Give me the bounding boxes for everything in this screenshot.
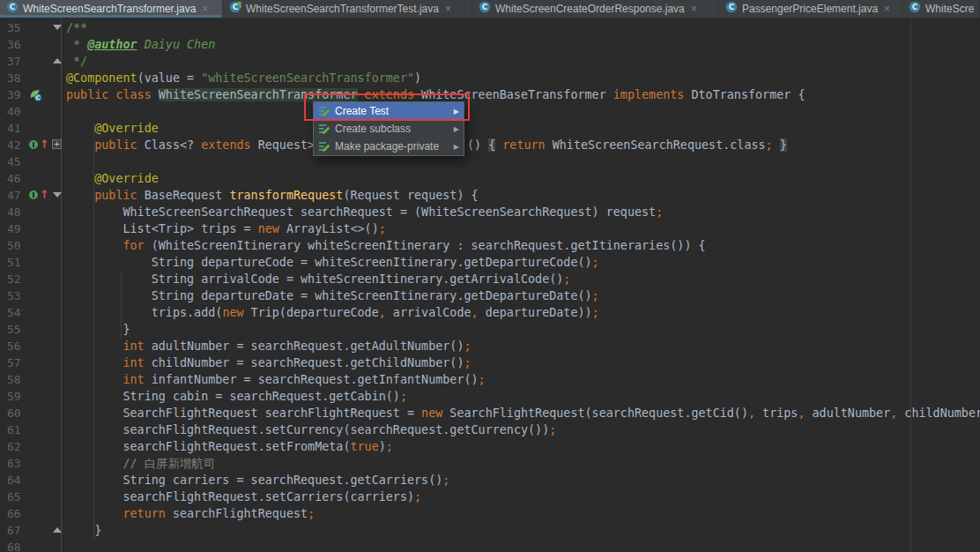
- line-number: 63: [7, 455, 42, 472]
- override-method-icon[interactable]: ↑: [29, 139, 48, 152]
- code-line-52: 52 String arrivalCode = whiteScreenItine…: [0, 271, 980, 287]
- spring-bean-icon[interactable]: C: [29, 89, 48, 101]
- test-class-icon: C: [229, 1, 241, 17]
- menu-item-make-package-private[interactable]: Make package-private▶: [314, 138, 464, 155]
- editor-tab-5[interactable]: CWhiteScre: [902, 0, 980, 18]
- code-line-41: 41 @Override: [0, 120, 980, 137]
- code-line-58: 58 int infantNumber = searchRequest.getI…: [0, 371, 980, 388]
- line-number: 53: [7, 287, 42, 304]
- line-number: 68: [7, 539, 42, 552]
- line-number: 61: [7, 421, 42, 438]
- code-line-56: 56 int adultNumber = searchRequest.getAd…: [0, 338, 980, 354]
- fold-marker-start[interactable]: [52, 187, 63, 198]
- code-line-55: 55 }: [0, 321, 980, 338]
- tab-close-icon[interactable]: ×: [445, 4, 451, 14]
- code-line-37: 37 */: [0, 53, 980, 70]
- tab-label: WhiteScreenSearchTransformer.java: [23, 3, 196, 15]
- code-text[interactable]: String carriers = searchRequest.getCarri…: [66, 472, 449, 489]
- code-text[interactable]: SearchFlightRequest searchFlightRequest …: [66, 405, 980, 421]
- editor-tab-3[interactable]: CWhiteScreenCreateOrderResponse.java×: [472, 0, 719, 18]
- code-line-60: 60 SearchFlightRequest searchFlightReque…: [0, 405, 980, 421]
- code-text[interactable]: @Override: [66, 120, 159, 137]
- code-text[interactable]: String cabin = searchRequest.getCabin();: [66, 388, 407, 405]
- code-line-51: 51 String departureCode = whiteScreenIti…: [0, 254, 980, 271]
- code-line-63: 63 // 白屏新增航司: [0, 455, 980, 472]
- fold-marker-end[interactable]: [52, 522, 63, 533]
- tab-close-icon[interactable]: ×: [202, 4, 208, 14]
- line-number: 66: [7, 505, 42, 522]
- tab-close-icon[interactable]: ×: [884, 4, 890, 14]
- override-method-icon[interactable]: ↑: [29, 190, 48, 202]
- code-editor[interactable]: 35/**36 * @author Daiyu Chen37 */38@Comp…: [0, 18, 980, 552]
- svg-text:C: C: [729, 3, 735, 11]
- menu-item-create-subclass[interactable]: Create subclass▶: [314, 120, 464, 138]
- code-text[interactable]: searchFlightRequest.setFromMeta(true);: [66, 438, 393, 455]
- code-line-47: 47↑ public BaseRequest transformRequest(…: [0, 187, 980, 204]
- editor-tab-bar: CWhiteScreenSearchTransformer.java×CWhit…: [0, 0, 980, 18]
- submenu-arrow-icon: ▶: [454, 143, 459, 151]
- class-icon: C: [909, 1, 921, 17]
- line-number: 65: [7, 489, 42, 505]
- code-text[interactable]: for (WhiteScreenItinerary whiteScreenIti…: [66, 237, 706, 254]
- code-text[interactable]: // 白屏新增航司: [66, 455, 215, 472]
- code-text[interactable]: /**: [66, 19, 87, 36]
- line-number: 48: [7, 204, 42, 220]
- line-number: 62: [7, 438, 42, 455]
- line-number: 56: [7, 338, 42, 354]
- class-icon: C: [479, 1, 491, 17]
- code-text[interactable]: }: [66, 522, 101, 539]
- code-text[interactable]: String arrivalCode = whiteScreenItinerar…: [66, 271, 570, 287]
- code-text[interactable]: @Override: [66, 170, 159, 187]
- svg-text:C: C: [482, 3, 488, 11]
- svg-text:C: C: [10, 3, 16, 11]
- code-text[interactable]: String departureCode = whiteScreenItiner…: [66, 254, 599, 271]
- code-text[interactable]: WhiteScreenSearchRequest searchRequest =…: [66, 204, 663, 220]
- fold-marker-end[interactable]: [52, 53, 63, 63]
- code-line-49: 49 List<Trip> trips = new ArrayList<>();: [0, 220, 980, 237]
- create-intention-icon: [318, 105, 330, 117]
- code-line-53: 53 String departureDate = whiteScreenIti…: [0, 287, 980, 304]
- code-text[interactable]: int childNumber = searchRequest.getChild…: [66, 354, 471, 371]
- tab-label: WhiteScreenSearchTransformerTest.java: [246, 3, 439, 15]
- editor-tab-4[interactable]: CPassengerPriceElement.java×: [719, 0, 902, 18]
- editor-tab-2[interactable]: CWhiteScreenSearchTransformerTest.java×: [223, 0, 472, 18]
- code-text[interactable]: }: [66, 321, 130, 338]
- code-line-64: 64 String carriers = searchRequest.getCa…: [0, 472, 980, 489]
- code-text[interactable]: return searchFlightRequest;: [66, 505, 315, 522]
- code-line-39: 39Cpublic class WhiteScreenSearchTransfo…: [0, 86, 980, 103]
- menu-item-create-test[interactable]: Create Test▶: [314, 102, 464, 120]
- editor-tab-1[interactable]: CWhiteScreenSearchTransformer.java×: [0, 0, 223, 18]
- code-text[interactable]: trips.add(new Trip(departureCode, arriva…: [66, 304, 599, 321]
- code-text[interactable]: public Class<? extends Request>: [66, 137, 315, 153]
- code-text[interactable]: public BaseRequest transformRequest(Requ…: [66, 187, 479, 204]
- context-menu: Create Test▶Create subclass▶Make package…: [313, 101, 464, 156]
- code-line-66: 66 return searchFlightRequest;: [0, 505, 980, 522]
- code-text[interactable]: */: [66, 53, 87, 70]
- code-line-59: 59 String cabin = searchRequest.getCabin…: [0, 388, 980, 405]
- line-number: 51: [7, 254, 42, 271]
- code-line-50: 50 for (WhiteScreenItinerary whiteScreen…: [0, 237, 980, 254]
- code-text[interactable]: int adultNumber = searchRequest.getAdult…: [66, 338, 471, 354]
- code-text[interactable]: * @author Daiyu Chen: [66, 36, 215, 53]
- fold-marker-start[interactable]: [52, 19, 63, 30]
- line-number: 46: [7, 170, 42, 187]
- menu-item-label: Make package-private: [335, 140, 449, 153]
- svg-text:C: C: [36, 94, 41, 101]
- code-text[interactable]: @Component(value = "whiteScreenSearchTra…: [66, 70, 421, 86]
- fold-marker-collapsed[interactable]: +: [52, 137, 63, 149]
- code-line-45: 45: [0, 153, 980, 170]
- code-text[interactable]: int infantNumber = searchRequest.getInfa…: [66, 371, 486, 388]
- line-number: 45: [7, 153, 42, 170]
- code-line-42: 42↑+ public Class<? extends Request>() {…: [0, 137, 980, 153]
- code-text[interactable]: searchFlightRequest.setCurrency(searchRe…: [66, 421, 556, 438]
- code-line-57: 57 int childNumber = searchRequest.getCh…: [0, 354, 980, 371]
- line-number: 37: [7, 53, 42, 70]
- ide-window: CWhiteScreenSearchTransformer.java×CWhit…: [0, 0, 980, 552]
- code-text[interactable]: String departureDate = whiteScreenItiner…: [66, 287, 599, 304]
- line-number: 50: [7, 237, 42, 254]
- line-number: 52: [7, 271, 42, 287]
- code-text[interactable]: searchFlightRequest.setCarriers(carriers…: [66, 489, 421, 505]
- tab-close-icon[interactable]: ×: [691, 4, 697, 14]
- code-text[interactable]: List<Trip> trips = new ArrayList<>();: [66, 220, 386, 237]
- folded-code-text[interactable]: () { return WhiteScreenSearchRequest.cla…: [467, 137, 787, 153]
